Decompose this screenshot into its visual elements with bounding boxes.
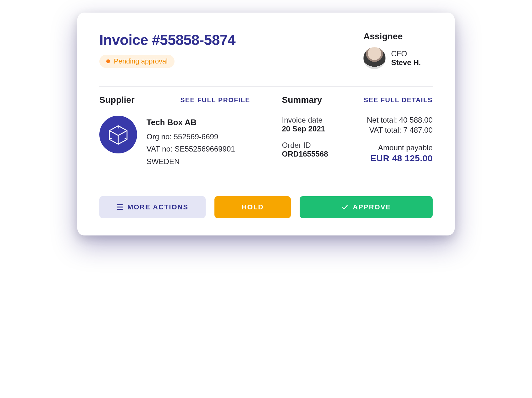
vat-total: VAT total: 7 487.00 — [367, 126, 433, 135]
invoice-date-value: 20 Sep 2021 — [282, 124, 328, 133]
summary-body: Invoice date 20 Sep 2021 Order ID ORD165… — [282, 116, 433, 166]
hold-button[interactable]: HOLD — [214, 196, 291, 218]
order-id-label: Order ID — [282, 141, 328, 150]
summary-heading: Summary — [282, 95, 322, 105]
supplier-name: Tech Box AB — [147, 116, 235, 129]
order-id-value: ORD1655568 — [282, 150, 328, 158]
assignee-block: Assignee CFO Steve H. — [363, 31, 433, 69]
action-bar: MORE ACTIONS HOLD APPROVE — [99, 196, 433, 218]
invoice-card: Invoice #55858-5874 Pending approval Ass… — [77, 13, 455, 235]
order-id-block: Order ID ORD1655568 — [282, 141, 328, 158]
supplier-body: Tech Box AB Org no: 552569-6699 VAT no: … — [99, 116, 250, 168]
summary-col-header: Summary SEE FULL DETAILS — [282, 95, 433, 105]
status-label: Pending approval — [114, 57, 168, 65]
supplier-logo — [99, 116, 137, 153]
more-actions-button[interactable]: MORE ACTIONS — [99, 196, 206, 218]
divider — [99, 86, 433, 87]
amount-payable-value: EUR 48 125.00 — [367, 153, 433, 163]
invoice-title: Invoice #55858-5874 — [99, 31, 363, 48]
status-badge: Pending approval — [99, 55, 175, 68]
title-block: Invoice #55858-5874 Pending approval — [99, 31, 363, 68]
cube-icon — [107, 124, 129, 146]
summary-right: Net total: 40 588.00 VAT total: 7 487.00… — [367, 116, 433, 166]
supplier-org-no: Org no: 552569-6699 — [147, 130, 235, 143]
approve-label: APPROVE — [353, 203, 391, 211]
amount-payable-label: Amount payable — [367, 143, 433, 152]
approve-button[interactable]: APPROVE — [300, 196, 433, 218]
supplier-country: SWEDEN — [147, 155, 235, 168]
net-total: Net total: 40 588.00 — [367, 116, 433, 124]
supplier-info: Tech Box AB Org no: 552569-6699 VAT no: … — [147, 116, 235, 168]
see-full-details-link[interactable]: SEE FULL DETAILS — [364, 96, 433, 104]
status-dot-icon — [106, 59, 110, 63]
supplier-vat-no: VAT no: SE552569669901 — [147, 143, 235, 155]
invoice-date-label: Invoice date — [282, 116, 328, 124]
summary-left: Invoice date 20 Sep 2021 Order ID ORD165… — [282, 116, 328, 166]
supplier-column: Supplier SEE FULL PROFILE — [99, 95, 263, 168]
avatar — [363, 47, 385, 69]
assignee-text: CFO Steve H. — [391, 49, 421, 67]
more-actions-label: MORE ACTIONS — [127, 203, 188, 211]
hold-label: HOLD — [242, 203, 264, 211]
assignee-heading: Assignee — [363, 31, 433, 41]
assignee-person: CFO Steve H. — [363, 47, 433, 69]
assignee-role: CFO — [391, 49, 421, 58]
supplier-col-header: Supplier SEE FULL PROFILE — [99, 95, 250, 105]
hamburger-icon — [117, 204, 123, 210]
header-row: Invoice #55858-5874 Pending approval Ass… — [99, 31, 433, 69]
supplier-heading: Supplier — [99, 95, 135, 105]
summary-column: Summary SEE FULL DETAILS Invoice date 20… — [279, 95, 433, 168]
detail-columns: Supplier SEE FULL PROFILE — [99, 95, 433, 168]
assignee-name: Steve H. — [391, 58, 421, 67]
check-icon — [341, 204, 348, 211]
invoice-date-block: Invoice date 20 Sep 2021 — [282, 116, 328, 133]
see-full-profile-link[interactable]: SEE FULL PROFILE — [180, 96, 250, 104]
